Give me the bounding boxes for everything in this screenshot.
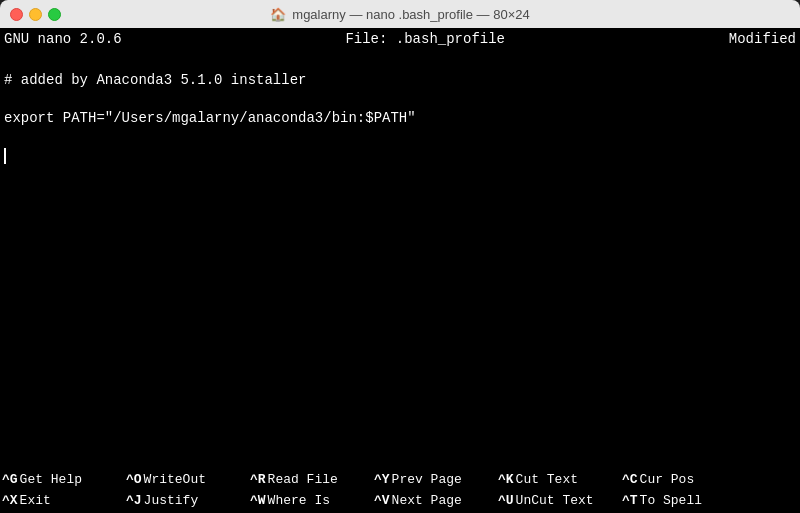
shortcut-key: ^T [622,493,638,508]
shortcuts-row-1: ^G Get Help^O WriteOut^R Read File^Y Pre… [0,469,800,490]
shortcut-label: Exit [20,493,51,508]
shortcut-key: ^C [622,472,638,487]
editor-area[interactable]: # added by Anaconda3 5.1.0 installer exp… [0,50,800,467]
shortcut-item[interactable]: ^C Cur Pos [622,472,742,487]
shortcut-label: UnCut Text [516,493,594,508]
shortcut-key: ^G [2,472,18,487]
shortcut-item[interactable]: ^T To Spell [622,493,742,508]
shortcut-label: Get Help [20,472,82,487]
shortcut-label: Justify [144,493,199,508]
shortcut-item[interactable]: ^K Cut Text [498,472,618,487]
home-icon: 🏠 [270,7,286,22]
shortcut-item[interactable]: ^W Where Is [250,493,370,508]
nano-modified-status: Modified [729,31,796,47]
nano-version: GNU nano 2.0.6 [4,31,122,47]
window-title: mgalarny — nano .bash_profile — 80×24 [292,7,529,22]
shortcut-item[interactable]: ^X Exit [2,493,122,508]
shortcuts-bar: ^G Get Help^O WriteOut^R Read File^Y Pre… [0,467,800,513]
shortcut-label: WriteOut [144,472,206,487]
shortcut-item[interactable]: ^Y Prev Page [374,472,494,487]
title-bar-text: 🏠 mgalarny — nano .bash_profile — 80×24 [270,7,529,22]
shortcut-label: Prev Page [392,472,462,487]
shortcut-label: Where Is [268,493,330,508]
shortcuts-row-2: ^X Exit^J Justify^W Where Is^V Next Page… [0,490,800,511]
shortcut-key: ^X [2,493,18,508]
shortcut-item[interactable]: ^G Get Help [2,472,122,487]
shortcut-label: Cur Pos [640,472,695,487]
editor-line-2: export PATH="/Users/mgalarny/anaconda3/b… [4,110,416,126]
text-cursor [4,148,6,164]
shortcut-item[interactable]: ^V Next Page [374,493,494,508]
shortcut-label: To Spell [640,493,702,508]
minimize-button[interactable] [29,8,42,21]
shortcut-item[interactable]: ^R Read File [250,472,370,487]
shortcut-key: ^J [126,493,142,508]
shortcut-label: Next Page [392,493,462,508]
shortcut-key: ^K [498,472,514,487]
shortcut-label: Cut Text [516,472,578,487]
nano-header: GNU nano 2.0.6 File: .bash_profile Modif… [0,28,800,50]
editor-line-1: # added by Anaconda3 5.1.0 installer [4,72,306,88]
shortcut-key: ^Y [374,472,390,487]
shortcut-key: ^U [498,493,514,508]
maximize-button[interactable] [48,8,61,21]
shortcut-label: Read File [268,472,338,487]
shortcut-item[interactable]: ^O WriteOut [126,472,246,487]
shortcut-key: ^V [374,493,390,508]
shortcut-item[interactable]: ^J Justify [126,493,246,508]
shortcut-item[interactable]: ^U UnCut Text [498,493,618,508]
nano-filename: File: .bash_profile [122,31,729,47]
close-button[interactable] [10,8,23,21]
shortcut-key: ^R [250,472,266,487]
shortcut-key: ^O [126,472,142,487]
traffic-lights [10,8,61,21]
shortcut-key: ^W [250,493,266,508]
title-bar: 🏠 mgalarny — nano .bash_profile — 80×24 [0,0,800,28]
